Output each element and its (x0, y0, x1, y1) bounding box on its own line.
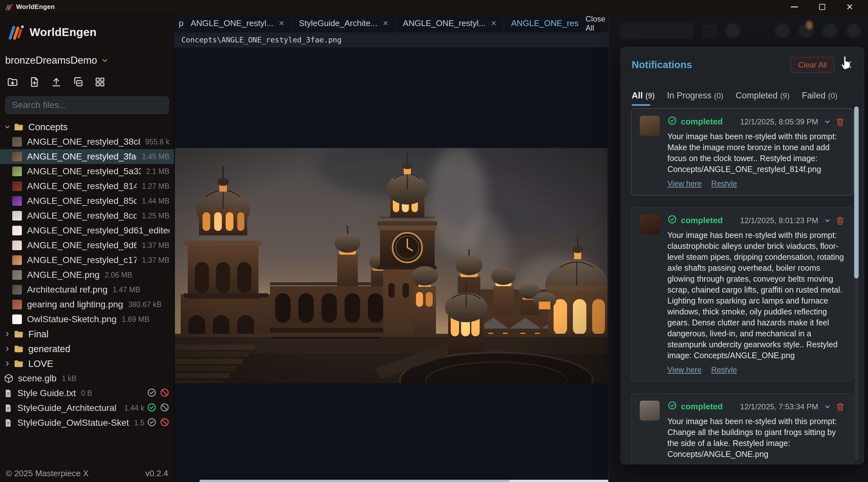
document-icon (4, 403, 13, 413)
chevron-down-icon[interactable] (824, 217, 831, 224)
ban-icon[interactable] (160, 388, 169, 399)
restyle-link[interactable]: Restyle (711, 179, 737, 188)
notification-card[interactable]: completed12/1/2025, 8:05:39 PMYour image… (631, 108, 854, 195)
file-thumbnail (12, 167, 22, 176)
restyle-link[interactable]: Restyle (711, 365, 737, 374)
tab[interactable]: ANGLE_ONE_restyl...✕ (184, 14, 292, 32)
check-circle-icon[interactable] (147, 388, 157, 399)
tab[interactable]: ANGLE_ONE_restyl...✕ (396, 14, 504, 32)
tree-file-row[interactable]: ANGLE_ONE_restyled_8cd9.png1.25 MB (0, 208, 174, 223)
search-button-dimmed[interactable] (725, 24, 740, 38)
notifications-list: completed12/1/2025, 8:05:39 PMYour image… (631, 108, 854, 464)
notification-thumbnail (640, 116, 660, 136)
file-thumbnail (12, 300, 22, 309)
tree-file-row[interactable]: OwlStatue-Sketch.png1.69 MB (0, 312, 174, 327)
tree-file-row[interactable]: ANGLE_ONE_restyled_c17c.png1.37 MB (0, 253, 174, 268)
notifications-title: Notifications (632, 59, 692, 71)
notification-card[interactable]: completed12/1/2025, 8:01:23 PMYour image… (631, 207, 854, 382)
tree-file-row[interactable]: ANGLE_ONE_restyled_9d61_edited_d5e (0, 223, 174, 238)
notifications-scrollbar[interactable] (854, 107, 859, 278)
delete-notification-icon[interactable] (836, 117, 845, 126)
check-circle-icon (668, 401, 677, 413)
settings-icon[interactable] (823, 24, 837, 38)
view-here-link[interactable]: View here (668, 365, 702, 374)
search-input[interactable] (5, 96, 169, 114)
file-size: 0 B (81, 389, 92, 398)
chat-selector-dimmed[interactable] (620, 23, 694, 39)
tab[interactable]: png✕ (174, 14, 184, 32)
tree-file-row[interactable]: StyleGuide_OwlStatue-Sketch.txt1.5 (0, 416, 174, 430)
tree-file-row[interactable]: ANGLE_ONE_restyled_85df.png1.44 MB (0, 193, 174, 208)
tab-scrollbar[interactable] (199, 480, 509, 482)
file-name: ANGLE_ONE_restyled_5a33.png (27, 166, 141, 177)
project-selector[interactable]: bronzeDreamsDemo (0, 44, 174, 67)
filter-in-progress[interactable]: In Progress(0) (667, 91, 723, 106)
tree-file-row[interactable]: StyleGuide_Architectural ref.txt1.44 k (0, 401, 174, 416)
close-window-button[interactable]: ✕ (836, 0, 864, 14)
user-icon[interactable] (775, 24, 789, 38)
filter-failed[interactable]: Failed(0) (802, 91, 837, 106)
new-folder-button[interactable] (6, 75, 19, 89)
scene-image (175, 148, 608, 383)
tree-file-row[interactable]: Architectural ref.png1.47 MB (0, 282, 174, 297)
chevron-down-icon[interactable] (824, 118, 831, 125)
tree-file-row[interactable]: ANGLE_ONE_restyled_814f.png1.27 MB (0, 179, 174, 193)
new-file-button[interactable] (28, 75, 41, 89)
tab-active[interactable]: ANGLE_ONE_res (504, 14, 586, 32)
close-tab-icon[interactable]: ✕ (491, 19, 497, 28)
new-chat-button-dimmed[interactable] (703, 24, 717, 38)
ban-icon[interactable] (160, 417, 169, 428)
tree-file-row[interactable]: Style Guide.txt0 B (0, 386, 174, 401)
file-size: 1.37 MB (142, 256, 169, 265)
tree-folder-row[interactable]: Concepts (0, 120, 174, 134)
upload-button[interactable] (50, 75, 63, 89)
file-name: ANGLE_ONE_restyled_9d61_edited_d5e (27, 225, 169, 236)
clear-all-button[interactable]: Clear All (790, 57, 834, 73)
check-circle-icon[interactable] (147, 402, 157, 414)
tree-file-row[interactable]: gearing and lighting.png380.67 kB (0, 297, 174, 312)
grid-view-button[interactable] (93, 75, 107, 89)
filter-completed[interactable]: Completed(9) (736, 91, 789, 106)
tree-file-row[interactable]: ANGLE_ONE_restyled_3fae.png1.45 MB (0, 149, 174, 164)
document-icon (4, 418, 13, 427)
image-viewport[interactable] (175, 148, 608, 383)
delete-notification-icon[interactable] (836, 402, 845, 411)
chevron-down-icon[interactable] (824, 403, 831, 410)
tree-folder-row[interactable]: Final (0, 327, 174, 341)
tree-file-row[interactable]: ANGLE_ONE_restyled_5a33.png2.1 MB (0, 164, 174, 179)
tree-folder-row[interactable]: generated (0, 341, 174, 356)
close-all-label: Close All (585, 14, 605, 32)
close-tab-icon[interactable]: ✕ (278, 19, 284, 28)
chevron-right-icon[interactable] (4, 360, 13, 367)
filter-all[interactable]: All(9) (632, 91, 655, 106)
profile-icon[interactable] (846, 24, 861, 38)
minimize-button[interactable] (780, 0, 808, 14)
close-tab-icon[interactable]: ✕ (382, 19, 389, 28)
delete-notification-icon[interactable] (836, 216, 845, 225)
ban-icon[interactable] (160, 402, 169, 414)
tab[interactable]: StyleGuide_Archite...✕ (292, 14, 396, 32)
check-circle-icon[interactable] (147, 417, 157, 428)
folder-name: LOVE (28, 359, 53, 369)
file-name: ANGLE_ONE_restyled_c17c.png (27, 255, 136, 265)
tree-file-row[interactable]: ANGLE_ONE_restyled_9d61.png1.37 MB (0, 238, 174, 253)
chevron-right-icon[interactable] (4, 345, 13, 353)
duplicate-button[interactable] (71, 75, 85, 89)
file-size: 1.69 MB (122, 315, 150, 324)
tree-folder-row[interactable]: LOVE (0, 356, 174, 371)
maximize-button[interactable] (808, 0, 836, 14)
folder-name: Final (28, 329, 49, 339)
view-here-link[interactable]: View here (668, 179, 702, 188)
tree-file-row[interactable]: scene.glb1 kB (0, 371, 174, 386)
tree-file-row[interactable]: ANGLE_ONE.png2.06 MB (0, 268, 174, 282)
bell-icon[interactable] (799, 24, 813, 38)
title-bar: WorldEngen ✕ (0, 0, 868, 14)
tree-file-row[interactable]: ANGLE_ONE_restyled_38c8.png955.8 k (0, 134, 174, 149)
file-size: 2.1 MB (146, 167, 169, 176)
chevron-right-icon[interactable] (4, 331, 13, 338)
chevron-down-icon[interactable] (4, 123, 13, 130)
notifications-header: Notifications Clear All ✕ (621, 47, 864, 82)
file-size: 1.5 (134, 419, 144, 427)
notification-card[interactable]: completed12/1/2025, 7:53:34 PMYour image… (631, 393, 854, 464)
file-thumbnail (12, 152, 22, 161)
